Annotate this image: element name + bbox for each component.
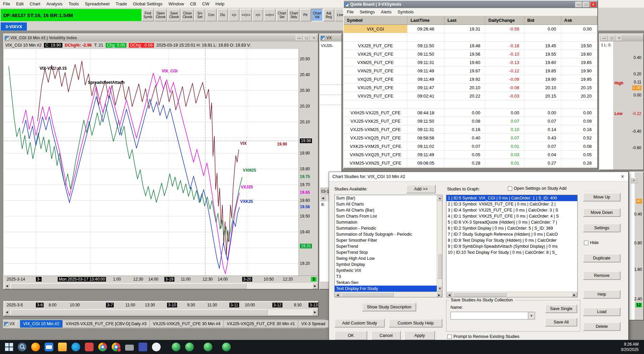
menu-item[interactable]: CB — [187, 1, 199, 6]
quote-menu-item[interactable]: Symbols — [394, 10, 417, 14]
delete-button[interactable]: Delete — [583, 322, 621, 331]
graphed-study-item[interactable]: 6 | ID:2 Symbol Display | 0 ms | CalcOrd… — [446, 225, 577, 231]
scrollbar-track[interactable] — [437, 201, 442, 286]
chart-tab[interactable]: VXJ25-VXK25_FUT_CFE 30 Min #4 — [150, 320, 224, 328]
add-study-button[interactable]: Add >> — [406, 185, 436, 193]
cell-symbol[interactable] — [344, 33, 408, 41]
orb-4-icon[interactable] — [222, 343, 231, 351]
cell-symbol[interactable]: VXK25-VXM25_FUT_CFE — [344, 142, 408, 150]
toolbar-button[interactable]: <<|>> — [240, 9, 252, 21]
quote-row[interactable]: VXJ25_FUT_CFE 09:11:50 19.48 -0.18 19.45… — [344, 42, 597, 50]
menu-item[interactable]: Window — [165, 1, 187, 6]
horizontal-scrollbar[interactable]: ◀ ▶ — [446, 292, 577, 297]
chart-tab[interactable]: VXJ25-VXQ25_FUT_CFE 30 Min #1 — [223, 320, 298, 328]
quote-row[interactable]: VXK25-VXM25_FUT_CFE 09:11:02 0.07 0.01 0… — [344, 142, 597, 151]
orb-3-icon[interactable] — [204, 343, 212, 351]
bank-icon[interactable] — [139, 343, 147, 351]
scrollbar-track[interactable] — [452, 292, 572, 297]
quote-row[interactable]: VXQ25_FUT_CFE 09:11:49 19.92 -0.09 19.90… — [344, 75, 597, 83]
scroll-up-icon[interactable]: ▲ — [437, 195, 442, 201]
chart-tab[interactable]: VXH25-VXJ25_FUT_CFE [CBV-D] Daily #3 — [62, 320, 150, 328]
taskbar-clock[interactable]: 9:26 AM 3/20/2025 — [621, 342, 644, 352]
duplicate-button[interactable]: Duplicate — [583, 254, 621, 262]
chart-tab[interactable]: VX-3 Spread — [298, 320, 329, 328]
toolbar-button[interactable]: Srv Set — [194, 9, 205, 21]
partial-window-titlebar[interactable]: VX — [320, 34, 341, 42]
cell-symbol[interactable]: VXK25_FUT_CFE — [344, 50, 408, 58]
toolbar-button[interactable]: Open Cbook — [154, 9, 167, 21]
study-list-item[interactable]: Summation — [335, 219, 442, 225]
cancel-button[interactable]: Cancel — [371, 331, 401, 340]
cell-symbol[interactable]: VXJ25_FUT_CFE — [344, 42, 408, 50]
scroll-down-icon[interactable]: ▼ — [437, 286, 442, 292]
quote-row[interactable]: VXN25_FUT_CFE 09:11:49 19.87 -0.12 19.85… — [344, 67, 597, 75]
keyboard-icon[interactable] — [125, 345, 134, 351]
vertical-scrollbar[interactable]: ▲ ▼ — [437, 195, 442, 292]
cell-symbol[interactable]: VXV25_FUT_CFE — [344, 92, 408, 100]
column-header[interactable]: DailyChange — [485, 16, 524, 24]
column-header[interactable]: Ask — [561, 16, 597, 24]
study-list-item[interactable]: SuperTrend Stop — [335, 249, 442, 255]
orb-1-icon[interactable] — [172, 343, 180, 351]
study-list-item[interactable]: Summation - Periodic — [335, 225, 442, 231]
quote-row[interactable]: VXH25-VXJ25_FUT_CFE 08:44:18 0.00 0.00 0… — [344, 109, 597, 117]
toolbar-button[interactable]: Chart Stdy — [288, 9, 300, 21]
photos-icon[interactable] — [85, 343, 94, 351]
cell-symbol[interactable]: VXM25-VXN25_FUT_CFE — [344, 159, 408, 167]
scroll-left-icon[interactable]: ◀ — [4, 283, 10, 289]
pen-icon[interactable] — [152, 343, 161, 351]
chart-horizontal-scrollbar[interactable]: ◀ ▶ — [4, 283, 318, 289]
cell-symbol[interactable]: VXU25_FUT_CFE — [344, 83, 408, 92]
start-icon[interactable] — [5, 343, 13, 351]
graphed-study-item[interactable]: 3 | ID:4 Symbol: VXJ25_FUT_CFE | 0 ms | … — [446, 207, 577, 213]
scroll-left-icon[interactable]: ◀ — [335, 292, 340, 297]
menu-item[interactable]: Edit — [13, 1, 26, 6]
close-icon[interactable]: × — [311, 35, 317, 41]
quote-row[interactable]: VXM25-VXN25_FUT_CFE 09:06:05 0.28 0.01 0… — [344, 159, 597, 167]
load-button[interactable]: Load — [583, 307, 621, 316]
scrollbar-track[interactable] — [10, 309, 312, 315]
quote-menu-item[interactable]: File — [344, 10, 357, 14]
collection-name-combo[interactable]: ▼ — [450, 312, 535, 319]
study-list-item[interactable]: Summation of Study Subgraph - Periodic — [335, 231, 442, 237]
menu-item[interactable]: Help — [212, 1, 227, 6]
quote-row[interactable] — [344, 33, 597, 42]
toolbar-button[interactable]: Chart Val — [311, 9, 323, 21]
quote-row[interactable]: VXK25_FUT_CFE 09:11:50 19.56 -0.10 19.55… — [344, 50, 597, 58]
maximize-button[interactable]: □ — [303, 35, 310, 41]
checkbox-icon[interactable] — [508, 186, 512, 191]
quote-row[interactable]: VXU25_FUT_CFE 09:11:47 20.10 -0.08 20.10… — [344, 83, 597, 92]
chrome-badge-icon[interactable] — [112, 343, 120, 351]
study-list-item[interactable]: Super Smoother Filter — [335, 237, 442, 243]
quote-row[interactable]: VXJ25-VXK25_FUT_CFE 09:11:50 0.08 0.07 0… — [344, 117, 597, 125]
graphed-study-item[interactable]: 4 | ID:1 Symbol: VXK25_FUT_CFE | 0 ms | … — [446, 213, 577, 219]
menu-item[interactable]: File — [0, 1, 13, 6]
study-list-item[interactable]: Synthetic VIX — [335, 268, 442, 274]
column-header[interactable]: LastTime — [408, 16, 444, 24]
cell-symbol[interactable]: VXJ25-VXK25_FUT_CFE — [344, 117, 408, 125]
prompt-remove-checkbox[interactable]: Prompt to Remove Existing Studies — [447, 334, 520, 339]
menu-item[interactable]: Tools — [66, 1, 82, 6]
ok-button[interactable]: OK — [334, 331, 367, 340]
save-all-button[interactable]: Save All — [545, 318, 577, 327]
minimize-button[interactable]: — — [296, 35, 303, 41]
quote-row[interactable]: VXM25_FUT_CFE 09:11:31 19.60 -0.13 19.60… — [344, 58, 597, 67]
cell-symbol[interactable]: VIX_CGI — [344, 25, 408, 33]
help-button[interactable]: Help — [583, 290, 621, 299]
right-window-titlebar[interactable]: — □ × — [600, 34, 643, 42]
dialog-titlebar[interactable]: Chart Studies for: VIX_CGI 10 Min #2 × — [329, 172, 628, 181]
menu-item[interactable]: CW — [199, 1, 213, 6]
graphed-study-item[interactable]: 1 | ID:5 Symbol: VIX_CGI | 0 ms | CalcOr… — [446, 195, 577, 201]
cell-symbol[interactable]: VXQ25_FUT_CFE — [344, 75, 408, 83]
scroll-right-icon[interactable]: ▶ — [572, 292, 577, 297]
workspace-tab[interactable]: 3-VIXVX — [1, 22, 27, 31]
chart-canvas[interactable]: VIX-VX1!: 0.15SpreadsheetAttachVIX_CGIVI… — [4, 49, 299, 276]
study-list-item[interactable]: T3 — [335, 274, 442, 280]
toolbar-button[interactable]: Con — [206, 9, 217, 21]
toolbar-button[interactable]: Dis — [217, 9, 228, 21]
menu-item[interactable]: Analysis — [43, 1, 65, 6]
scrollbar-track[interactable] — [340, 292, 436, 297]
study-list-item[interactable]: Tenkan-Sen — [335, 280, 442, 286]
graphed-study-item[interactable]: 2 | ID:3 Symbol: VXM25_FUT_CFE | 0 ms | … — [446, 201, 577, 207]
orb-2-icon[interactable] — [185, 343, 194, 351]
